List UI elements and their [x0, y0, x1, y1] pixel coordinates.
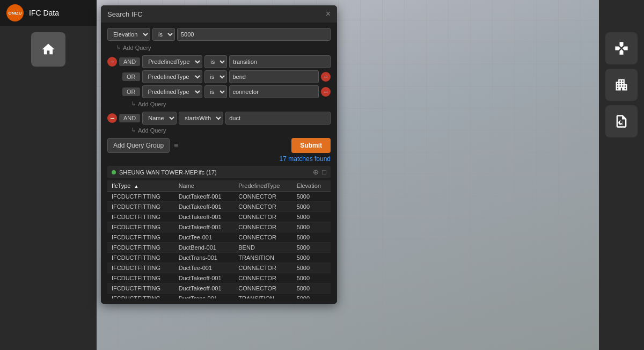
home-icon: [41, 42, 56, 57]
right-sidebar: [599, 0, 644, 350]
subrow1-op[interactable]: is: [204, 70, 227, 83]
close-button[interactable]: ×: [326, 10, 331, 18]
toolbar-left: Add Query Group ≡: [107, 138, 178, 153]
group2-main-op[interactable]: startsWith: [179, 112, 223, 125]
group2-header-row: − AND Name startsWith: [107, 112, 331, 125]
group2-logic-badge[interactable]: AND: [119, 114, 140, 122]
col-predefinedtype[interactable]: PredefinedType: [234, 180, 292, 192]
group1-remove-btn[interactable]: −: [107, 57, 117, 67]
group1-header-row: − AND PredefinedType is: [107, 55, 331, 68]
bottom-toolbar: Add Query Group ≡ Submit: [107, 138, 331, 153]
right-nav-controller[interactable]: [605, 32, 638, 64]
table-row[interactable]: IFCDUCTFITTINGDuctTakeoff-001CONNECTOR50…: [107, 202, 331, 212]
col-elevation[interactable]: Elevation: [292, 180, 331, 192]
subrow2-op[interactable]: is: [204, 85, 227, 98]
left-sidebar: ONIZU IFC Data: [0, 0, 97, 350]
subrow1-logic[interactable]: OR: [122, 72, 140, 81]
building-icon: [614, 77, 629, 92]
col-name[interactable]: Name: [174, 180, 235, 192]
top-field-select[interactable]: Elevation: [107, 28, 150, 41]
results-table-container[interactable]: IfcType ▲ Name PredefinedType Elevation …: [107, 180, 331, 298]
results-table: IfcType ▲ Name PredefinedType Elevation …: [107, 180, 331, 298]
table-body: IFCDUCTFITTINGDuctTakeoff-001CONNECTOR50…: [107, 192, 331, 299]
group1-main-value[interactable]: [229, 55, 331, 68]
file-search-icon[interactable]: ⊕: [313, 168, 319, 176]
matches-text: 17 matches found: [107, 155, 331, 163]
table-row[interactable]: IFCDUCTFITTINGDuctTrans-001TRANSITION500…: [107, 294, 331, 299]
right-nav-search-doc[interactable]: [605, 105, 638, 137]
top-add-query[interactable]: Add Query: [107, 44, 331, 51]
col-ifctype[interactable]: IfcType ▲: [107, 180, 174, 192]
file-row: SHEUNG WAN TOWER-MEP.ifc (17) ⊕ □: [107, 166, 331, 178]
table-header-row: IfcType ▲ Name PredefinedType Elevation: [107, 180, 331, 192]
search-panel: Search IFC × Elevation is Add Query − AN…: [101, 5, 337, 304]
table-row[interactable]: IFCDUCTFITTINGDuctTakeoff-001CONNECTOR50…: [107, 222, 331, 232]
group1-main-op[interactable]: is: [204, 55, 227, 68]
table-row[interactable]: IFCDUCTFITTINGDuctTakeoff-001CONNECTOR50…: [107, 283, 331, 294]
group2-remove-btn[interactable]: −: [107, 113, 117, 123]
table-row[interactable]: IFCDUCTFITTINGDuctTakeoff-001CONNECTOR50…: [107, 192, 331, 202]
subrow1-field[interactable]: PredefinedType: [142, 70, 202, 83]
menu-lines-icon[interactable]: ≡: [174, 141, 178, 150]
group1-logic-badge[interactable]: AND: [119, 57, 140, 66]
query-group-2: − AND Name startsWith Add Query: [107, 112, 331, 134]
group2-main-value[interactable]: [225, 112, 331, 125]
group1-sub-rows: OR PredefinedType is − OR PredefinedType: [107, 70, 331, 107]
group2-sub-rows: Add Query: [107, 127, 331, 134]
file-status-dot: [112, 170, 116, 174]
query-group-1: − AND PredefinedType is OR PredefinedTyp…: [107, 55, 331, 107]
group1-subrow-2: OR PredefinedType is −: [122, 85, 331, 98]
controller-icon: [614, 41, 629, 56]
group1-main-field[interactable]: PredefinedType: [142, 55, 202, 68]
right-nav-building[interactable]: [605, 69, 638, 101]
subrow2-field[interactable]: PredefinedType: [142, 85, 202, 98]
subrow2-logic[interactable]: OR: [122, 88, 140, 96]
panel-title: Search IFC: [107, 10, 143, 18]
app-header: ONIZU IFC Data: [0, 0, 97, 26]
panel-header: Search IFC ×: [101, 5, 337, 23]
table-row[interactable]: IFCDUCTFITTINGDuctTee-001CONNECTOR5000: [107, 263, 331, 273]
sidebar-item-home[interactable]: [31, 32, 65, 67]
app-title: IFC Data: [29, 9, 59, 17]
table-row[interactable]: IFCDUCTFITTINGDuctTee-001CONNECTOR5000: [107, 232, 331, 243]
panel-body: Elevation is Add Query − AND PredefinedT…: [101, 23, 337, 304]
subrow1-value[interactable]: [229, 70, 319, 83]
app-logo: ONIZU: [6, 4, 24, 21]
search-document-icon: [614, 114, 629, 129]
table-row[interactable]: IFCDUCTFITTINGDuctTrans-001TRANSITION500…: [107, 253, 331, 263]
subrow1-remove[interactable]: −: [321, 72, 331, 82]
group1-subrow-1: OR PredefinedType is −: [122, 70, 331, 83]
table-row[interactable]: IFCDUCTFITTINGDuctTakeoff-001CONNECTOR50…: [107, 212, 331, 222]
top-value-input[interactable]: [177, 28, 331, 41]
top-query-row: Elevation is: [107, 28, 331, 41]
group2-main-field[interactable]: Name: [142, 112, 177, 125]
table-row[interactable]: IFCDUCTFITTINGDuctBend-001BEND5000: [107, 243, 331, 253]
file-icons: ⊕ □: [313, 168, 326, 176]
add-query-group-button[interactable]: Add Query Group: [107, 138, 170, 153]
subrow2-value[interactable]: [229, 85, 319, 98]
submit-button[interactable]: Submit: [291, 138, 331, 153]
file-view-icon[interactable]: □: [322, 168, 326, 176]
file-name: SHEUNG WAN TOWER-MEP.ifc (17): [119, 169, 217, 176]
group1-add-query[interactable]: Add Query: [122, 100, 331, 107]
table-row[interactable]: IFCDUCTFITTINGDuctTakeoff-001CONNECTOR50…: [107, 273, 331, 283]
group2-add-query[interactable]: Add Query: [122, 127, 331, 134]
subrow2-remove[interactable]: −: [321, 87, 331, 97]
top-op-select[interactable]: is: [152, 28, 175, 41]
logo-text: ONIZU: [9, 11, 22, 16]
